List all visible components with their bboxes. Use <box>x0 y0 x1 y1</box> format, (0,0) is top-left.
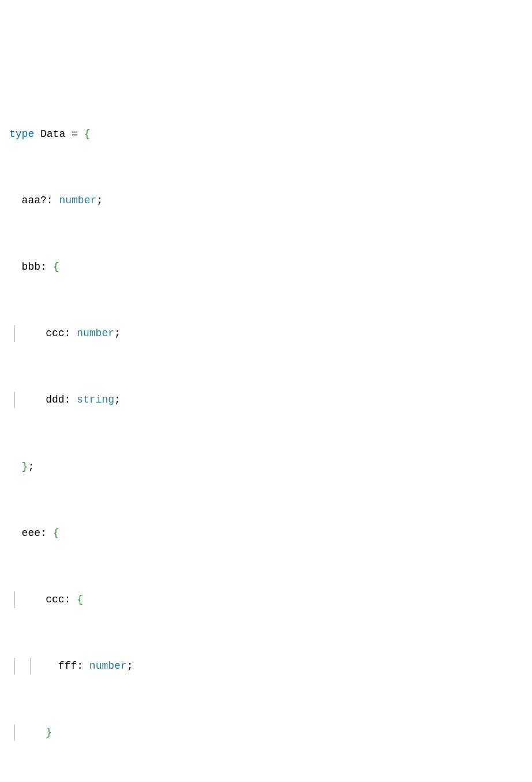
s1l3-text: bbb: { <box>9 259 59 275</box>
keyword-type-1: type <box>9 126 34 143</box>
indent-bar-1b <box>14 392 15 408</box>
indent-bar-2b <box>14 658 15 675</box>
indent-bar-1a <box>14 325 15 342</box>
line-s1l3: bbb: { <box>9 259 523 275</box>
s1l5-text: ddd: string; <box>21 392 121 408</box>
line-s1l10: } <box>9 724 523 741</box>
line-s1l8: ccc: { <box>9 591 523 608</box>
line-s1l9: fff: number; <box>9 658 523 675</box>
s1l6-text: }; <box>9 459 34 475</box>
s1l10-text: } <box>21 724 52 741</box>
s1l1-rest: Data = { <box>34 126 90 143</box>
s1l7-text: eee: { <box>9 525 59 542</box>
line-s1l4: ccc: number; <box>9 325 523 342</box>
line-s1l2: aaa?: number; <box>9 192 523 209</box>
indent-bar-2c <box>30 658 31 675</box>
code-editor: type Data = { aaa?: number; bbb: { ccc: … <box>0 9 532 782</box>
line-s1l7: eee: { <box>9 525 523 542</box>
section1: type Data = { aaa?: number; bbb: { ccc: … <box>9 76 523 782</box>
s1l8-text: ccc: { <box>21 591 83 608</box>
s1l9-text: fff: number; <box>21 658 133 675</box>
s1l2-text: aaa?: number; <box>9 192 103 209</box>
indent-bar-2a <box>14 591 15 608</box>
line-s1l1: type Data = { <box>9 126 523 143</box>
line-s1l6: }; <box>9 459 523 475</box>
s1l4-text: ccc: number; <box>21 325 121 342</box>
indent-bar-2d <box>14 724 15 741</box>
line-s1l5: ddd: string; <box>9 392 523 408</box>
